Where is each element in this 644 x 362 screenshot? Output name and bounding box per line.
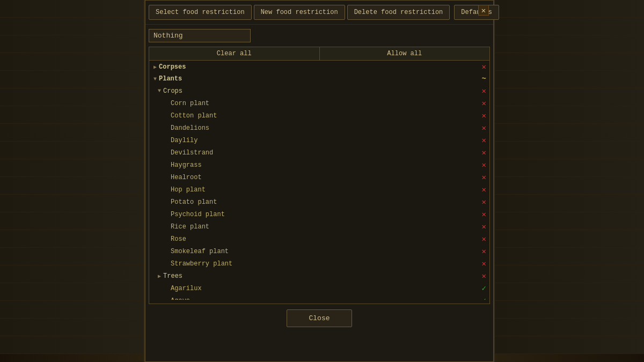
- side-row-r11: [495, 177, 644, 195]
- side-row-r10: [495, 159, 644, 177]
- side-row-15: [0, 248, 144, 265]
- list-item[interactable]: ▼Plants~: [149, 73, 489, 85]
- close-x-icon: ✕: [481, 6, 486, 15]
- restriction-name-input[interactable]: [149, 29, 251, 42]
- list-item-label: Devilstrand: [171, 149, 213, 157]
- list-item-label: Daylily: [171, 137, 197, 144]
- side-row-5: [0, 71, 144, 88]
- expand-icon: ▼: [158, 88, 161, 94]
- side-row-11: [0, 177, 144, 195]
- new-food-restriction-button[interactable]: New food restriction: [254, 5, 345, 20]
- status-denied-icon: ✕: [482, 222, 486, 231]
- list-item-label: Corn plant: [171, 100, 209, 107]
- list-item[interactable]: ▶Agarilux✓: [149, 282, 489, 294]
- status-denied-icon: ✕: [482, 99, 486, 108]
- list-item[interactable]: ▶Dandelions✕: [149, 122, 489, 134]
- bottom-row: Close: [145, 304, 493, 333]
- status-denied-icon: ✕: [482, 123, 486, 132]
- close-dialog-button[interactable]: Close: [287, 309, 352, 327]
- side-row-r17: [495, 283, 644, 301]
- side-row-13: [0, 212, 144, 230]
- status-denied-icon: ✕: [482, 271, 486, 280]
- list-item[interactable]: ▶Potato plant✕: [149, 196, 489, 208]
- list-item[interactable]: ▶Healroot✕: [149, 171, 489, 183]
- food-list-scroll[interactable]: ▶Corpses✕▼Plants~▼Crops✕▶Corn plant✕▶Cot…: [149, 61, 489, 300]
- list-item[interactable]: ▶Devilstrand✕: [149, 146, 489, 159]
- status-denied-icon: ✕: [482, 210, 486, 219]
- side-row-r19: [495, 319, 644, 336]
- list-item-label: Agarilux: [171, 285, 202, 292]
- side-row-r8: [495, 124, 644, 142]
- side-row-8: [0, 124, 144, 142]
- list-item[interactable]: ▶Daylily✕: [149, 134, 489, 146]
- list-item-label: Rice plant: [171, 223, 209, 231]
- list-item[interactable]: ▶Psychoid plant✕: [149, 208, 489, 220]
- list-item[interactable]: ▶Haygrass✕: [149, 159, 489, 171]
- side-row-10: [0, 159, 144, 177]
- select-food-restriction-button[interactable]: Select food restriction: [149, 5, 252, 20]
- side-row-r7: [495, 106, 644, 124]
- side-row-20: [0, 336, 144, 354]
- list-item[interactable]: ▼Crops✕: [149, 85, 489, 97]
- list-item-label: Potato plant: [171, 198, 217, 206]
- side-row-r6: [495, 88, 644, 106]
- sidebar-items-right: [495, 0, 644, 354]
- list-item-label: Agave: [171, 297, 190, 300]
- list-item[interactable]: ▶Agave✓: [149, 294, 489, 300]
- status-allowed-icon: ✓: [482, 296, 486, 300]
- defaults-button[interactable]: Defaults: [454, 5, 499, 20]
- list-item-label: Crops: [163, 87, 182, 95]
- status-denied-icon: ✕: [482, 234, 486, 243]
- list-item[interactable]: ▶Hop plant✕: [149, 183, 489, 196]
- list-item[interactable]: ▶Trees✕: [149, 270, 489, 282]
- side-row-6: [0, 88, 144, 106]
- delete-food-restriction-button[interactable]: Delete food restriction: [347, 5, 450, 20]
- status-denied-icon: ✕: [482, 62, 486, 71]
- list-item[interactable]: ▶Rose✕: [149, 233, 489, 245]
- side-row-3: [0, 35, 144, 53]
- list-item-label: Strawberry plant: [171, 260, 232, 268]
- list-item[interactable]: ▶Corpses✕: [149, 61, 489, 73]
- list-item[interactable]: ▶Smokeleaf plant✕: [149, 245, 489, 257]
- list-item-label: Dandelions: [171, 124, 209, 132]
- list-item[interactable]: ▶Corn plant✕: [149, 97, 489, 109]
- side-row-16: [0, 265, 144, 283]
- list-item[interactable]: ▶Rice plant✕: [149, 220, 489, 233]
- status-partial-icon: ~: [482, 75, 486, 83]
- side-row-r14: [495, 230, 644, 248]
- expand-icon: ▼: [153, 76, 157, 82]
- side-row-12: [0, 195, 144, 212]
- status-allowed-icon: ✓: [482, 284, 486, 293]
- list-item-label: Rose: [171, 235, 186, 243]
- allow-all-button[interactable]: Allow all: [320, 47, 490, 60]
- list-item[interactable]: ▶Strawberry plant✕: [149, 257, 489, 270]
- status-denied-icon: ✕: [482, 148, 486, 157]
- side-row-1: [0, 0, 144, 18]
- side-row-r4: [495, 53, 644, 71]
- list-item[interactable]: ▶Cotton plant✕: [149, 109, 489, 122]
- list-item-label: Trees: [163, 272, 182, 280]
- expand-icon: ▶: [153, 64, 157, 70]
- side-row-r13: [495, 212, 644, 230]
- status-denied-icon: ✕: [482, 173, 486, 182]
- sidebar-left: [0, 0, 145, 362]
- list-item-label: Hop plant: [171, 186, 206, 194]
- food-list-container: Clear all Allow all ▶Corpses✕▼Plants~▼Cr…: [149, 47, 490, 304]
- clear-all-button[interactable]: Clear all: [149, 47, 320, 60]
- list-item-label: Smokeleaf plant: [171, 248, 229, 255]
- sidebar-items: [0, 0, 144, 354]
- close-x-button[interactable]: ✕: [478, 5, 489, 16]
- food-restriction-dialog: ✕ Select food restriction New food restr…: [145, 0, 494, 362]
- side-row-r20: [495, 336, 644, 354]
- toolbar-button-row: Select food restriction New food restric…: [145, 1, 493, 25]
- list-item-label: Healroot: [171, 174, 202, 181]
- sidebar-right: [494, 0, 644, 362]
- side-row-r2: [495, 18, 644, 35]
- list-header: Clear all Allow all: [149, 47, 489, 61]
- side-row-r12: [495, 195, 644, 212]
- side-row-9: [0, 142, 144, 159]
- list-item-label: Psychoid plant: [171, 211, 225, 218]
- side-row-19: [0, 319, 144, 336]
- side-row-r5: [495, 71, 644, 88]
- status-denied-icon: ✕: [482, 197, 486, 206]
